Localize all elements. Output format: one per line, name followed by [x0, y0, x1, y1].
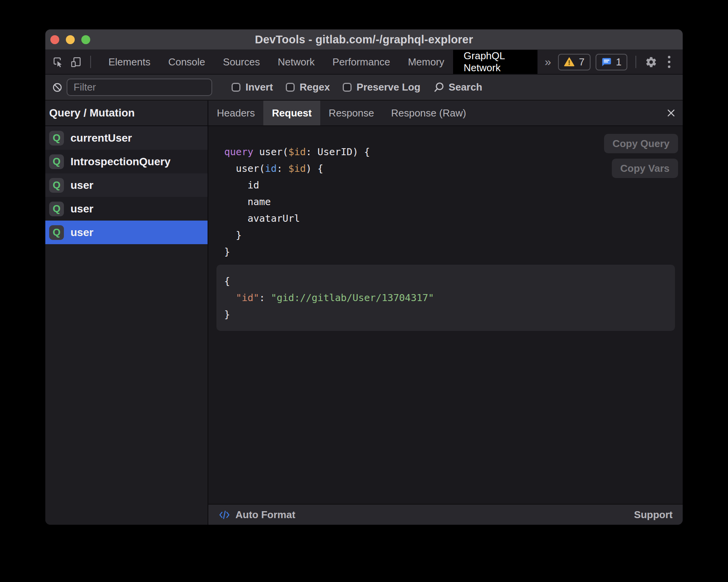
code-token: {	[224, 276, 230, 287]
detail-footer: Auto Format Support	[208, 504, 683, 525]
code-token: user(	[224, 163, 265, 174]
query-name-label: user	[70, 203, 93, 215]
query-type-badge: Q	[49, 225, 64, 240]
auto-format-button[interactable]: Auto Format	[235, 509, 295, 521]
query-name-label: IntrospectionQuery	[70, 156, 170, 168]
sidebar-item-user[interactable]: Quser	[45, 173, 208, 197]
code-token: user(	[259, 146, 288, 157]
code-token: id	[224, 180, 259, 191]
devtools-toolbar: ElementsConsoleSourcesNetworkPerformance…	[45, 50, 683, 75]
invert-checkbox-group: Invert	[232, 81, 273, 93]
detail-tab-list: HeadersRequestResponseResponse (Raw)	[208, 101, 475, 125]
minimize-window-button[interactable]	[66, 35, 75, 44]
code-token: avatarUrl	[224, 213, 300, 224]
device-toolbar-icon	[70, 56, 82, 68]
gear-icon	[645, 56, 657, 68]
tab-elements[interactable]: Elements	[100, 50, 159, 74]
search-label: Search	[449, 81, 482, 93]
code-token: }	[224, 246, 230, 257]
variables-code-line: }	[224, 306, 667, 323]
copy-buttons: Copy Query Copy Vars	[604, 134, 678, 178]
preserve-log-label: Preserve Log	[357, 81, 421, 93]
query-code-line: }	[224, 243, 683, 260]
auto-format-icon	[218, 510, 230, 520]
code-token: ) {	[306, 163, 323, 174]
copy-query-button[interactable]: Copy Query	[604, 134, 678, 153]
query-name-label: currentUser	[70, 132, 132, 144]
query-code-line: avatarUrl	[224, 210, 683, 227]
query-type-badge: Q	[49, 131, 64, 146]
sidebar-item-currentuser[interactable]: QcurrentUser	[45, 126, 208, 150]
invert-checkbox[interactable]	[232, 83, 240, 92]
clear-button[interactable]	[52, 82, 63, 93]
filter-checkboxes: InvertRegexPreserve Log	[232, 81, 421, 93]
code-token: "gid://gitlab/User/13704317"	[271, 292, 434, 303]
code-token: }	[224, 309, 230, 320]
warnings-badge-button[interactable]: 7	[558, 54, 590, 70]
variables-code-line: "id": "gid://gitlab/User/13704317"	[224, 289, 667, 306]
title-bar: DevTools - gitlab.com/-/graphql-explorer	[45, 29, 683, 50]
tab-performance[interactable]: Performance	[324, 50, 399, 74]
code-token: $id	[288, 163, 306, 174]
issues-badge-button[interactable]: 1	[596, 54, 627, 70]
zoom-window-button[interactable]	[81, 35, 90, 44]
code-token: :	[276, 163, 288, 174]
variables-code-line: {	[224, 273, 667, 289]
ban-icon	[52, 82, 63, 93]
more-tabs-button[interactable]: »	[537, 50, 558, 74]
tab-headers[interactable]: Headers	[208, 101, 263, 125]
invert-label: Invert	[246, 81, 273, 93]
sidebar-item-user[interactable]: Quser	[45, 221, 208, 244]
close-window-button[interactable]	[50, 35, 59, 44]
more-options-button[interactable]	[663, 55, 676, 68]
device-toolbar-button[interactable]	[69, 55, 82, 68]
warnings-count: 7	[579, 56, 584, 68]
query-name-label: user	[70, 179, 93, 192]
chat-bubble-icon	[601, 57, 612, 67]
tab-network[interactable]: Network	[269, 50, 323, 74]
tab-memory[interactable]: Memory	[399, 50, 453, 74]
regex-label: Regex	[300, 81, 330, 93]
tab-request[interactable]: Request	[263, 101, 320, 125]
tab-graphql-network[interactable]: GraphQL Network	[453, 50, 537, 74]
toolbar-separator	[90, 56, 91, 68]
detail-panel: HeadersRequestResponseResponse (Raw) que…	[208, 101, 683, 525]
support-link[interactable]: Support	[634, 509, 673, 521]
toolbar-left-icons	[45, 50, 94, 74]
inspect-element-button[interactable]	[52, 55, 65, 68]
search-button[interactable]: Search	[433, 81, 482, 93]
traffic-lights	[50, 29, 90, 50]
settings-button[interactable]	[644, 55, 658, 68]
regex-checkbox-group: Regex	[286, 81, 330, 93]
sidebar-item-user[interactable]: Quser	[45, 197, 208, 221]
query-type-badge: Q	[49, 202, 64, 216]
issues-count: 1	[616, 56, 622, 68]
close-detail-button[interactable]	[659, 101, 683, 125]
copy-vars-button[interactable]: Copy Vars	[612, 159, 678, 178]
code-token	[224, 292, 236, 303]
window-title: DevTools - gitlab.com/-/graphql-explorer	[255, 33, 473, 46]
devtools-window: DevTools - gitlab.com/-/graphql-explorer…	[45, 29, 683, 525]
code-token: id	[265, 163, 276, 174]
code-token: : UserID) {	[306, 146, 370, 157]
close-icon	[666, 108, 676, 118]
query-variables-box: { "id": "gid://gitlab/User/13704317"}	[216, 265, 675, 331]
preserve-log-checkbox[interactable]	[343, 83, 352, 92]
inspect-cursor-icon	[52, 56, 64, 68]
toolbar-separator	[635, 56, 636, 68]
sidebar-item-introspectionquery[interactable]: QIntrospectionQuery	[45, 150, 208, 173]
tab-response-raw[interactable]: Response (Raw)	[383, 101, 475, 125]
tab-response[interactable]: Response	[320, 101, 383, 125]
warning-triangle-icon	[564, 57, 575, 67]
query-code-line: name	[224, 193, 683, 210]
detail-tabs: HeadersRequestResponseResponse (Raw)	[208, 101, 683, 126]
main-body: Query / Mutation QcurrentUserQIntrospect…	[45, 101, 683, 525]
filter-input[interactable]	[67, 79, 212, 96]
query-type-badge: Q	[49, 178, 64, 193]
tab-sources[interactable]: Sources	[214, 50, 269, 74]
code-token: "id"	[236, 292, 259, 303]
regex-checkbox[interactable]	[286, 83, 295, 92]
tab-console[interactable]: Console	[159, 50, 214, 74]
code-token: $id	[288, 146, 306, 157]
filter-options: InvertRegexPreserve Log Search	[232, 81, 482, 93]
